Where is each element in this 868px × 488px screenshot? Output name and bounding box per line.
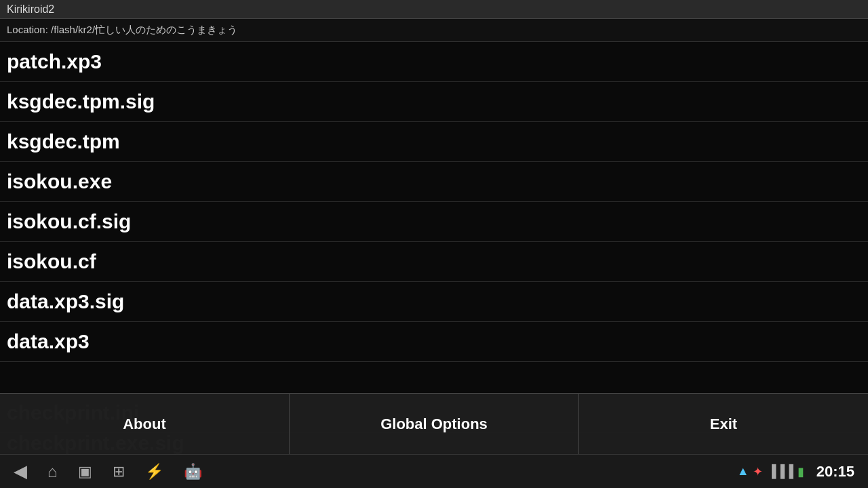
grid-icon[interactable]: ⊞ — [113, 463, 125, 481]
home-icon[interactable]: ⌂ — [47, 462, 58, 481]
time-display: 20:15 — [816, 463, 854, 481]
list-item[interactable]: ksgdec.tpm — [0, 122, 868, 162]
android-icon: 🤖 — [184, 463, 202, 481]
data-roaming-icon: ✦ — [753, 464, 763, 479]
exit-button[interactable]: Exit — [579, 394, 868, 454]
nav-right: ▲ ✦ ▐▐▐ ▮ 20:15 — [737, 463, 854, 481]
file-list: patch.xp3ksgdec.tpm.sigksgdec.tpmisokou.… — [0, 42, 868, 393]
location-bar: Location: /flash/kr2/忙しい人のためのこうまきょう — [0, 19, 868, 42]
list-item[interactable]: ksgdec.tpm.sig — [0, 82, 868, 122]
battery-icon: ▮ — [797, 464, 804, 479]
wifi-icon: ▲ — [737, 464, 749, 479]
recent-apps-icon[interactable]: ▣ — [78, 463, 92, 481]
about-button[interactable]: About — [0, 394, 290, 454]
list-item[interactable]: patch.xp3 — [0, 42, 868, 82]
location-text: Location: /flash/kr2/忙しい人のためのこうまきょう — [7, 24, 237, 37]
nav-left: ◀ ⌂ ▣ ⊞ ⚡ 🤖 — [14, 461, 202, 482]
title-bar: Kirikiroid2 — [0, 0, 868, 19]
status-icons: ▲ ✦ ▐▐▐ ▮ — [737, 464, 804, 479]
usb-icon: ⚡ — [145, 463, 163, 481]
list-item[interactable]: data.xp3.sig — [0, 282, 868, 322]
list-item[interactable]: data.xp3 — [0, 322, 868, 362]
signal-icon: ▐▐▐ — [767, 464, 793, 479]
list-item[interactable]: isokou.cf — [0, 242, 868, 282]
list-item[interactable]: isokou.cf.sig — [0, 202, 868, 242]
global-options-button[interactable]: Global Options — [290, 394, 579, 454]
back-icon[interactable]: ◀ — [14, 461, 27, 482]
app-title: Kirikiroid2 — [7, 3, 54, 16]
list-item[interactable]: isokou.exe — [0, 162, 868, 202]
nav-bar: ◀ ⌂ ▣ ⊞ ⚡ 🤖 ▲ ✦ ▐▐▐ ▮ 20:15 — [0, 454, 868, 488]
bottom-menu: About Global Options Exit — [0, 393, 868, 454]
